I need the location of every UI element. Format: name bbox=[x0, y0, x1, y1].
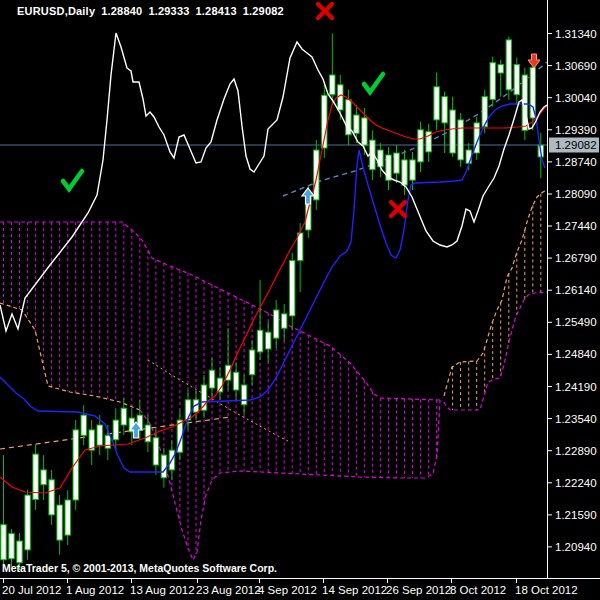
ohlc-open: 1.28840 bbox=[101, 5, 142, 17]
price-axis-label: 1.23540 bbox=[555, 413, 597, 425]
price-axis-label: 1.22890 bbox=[555, 445, 597, 457]
svg-text:1.29082: 1.29082 bbox=[555, 139, 597, 151]
time-axis-label: 18 Oct 2012 bbox=[515, 584, 578, 596]
price-axis-label: 1.29390 bbox=[555, 124, 597, 136]
time-axis-label: 26 Sep 2012 bbox=[386, 584, 451, 596]
price-axis-label: 1.30040 bbox=[555, 92, 597, 104]
copyright-notice: MetaTrader 5, © 2001-2013, MetaQuotes So… bbox=[2, 562, 277, 574]
ohlc-close: 1.29082 bbox=[243, 5, 284, 17]
time-axis-label: 1 Aug 2012 bbox=[66, 584, 124, 596]
price-axis-label: 1.20940 bbox=[555, 541, 597, 553]
price-axis-label: 1.21590 bbox=[555, 509, 597, 521]
current-price-badge: 1.29082 bbox=[549, 138, 599, 153]
time-axis-label: 23 Aug 2012 bbox=[196, 584, 261, 596]
time-axis-label: 14 Sep 2012 bbox=[322, 584, 387, 596]
price-axis-label: 1.31340 bbox=[555, 28, 597, 40]
price-axis-label: 1.26140 bbox=[555, 284, 597, 296]
time-axis-label: 20 Jul 2012 bbox=[2, 584, 61, 596]
price-axis-label: 1.30690 bbox=[555, 60, 597, 72]
price-axis-label: 1.22240 bbox=[555, 477, 597, 489]
time-axis-label: 13 Aug 2012 bbox=[130, 584, 195, 596]
price-axis-label: 1.26790 bbox=[555, 252, 597, 264]
price-axis-label: 1.28090 bbox=[555, 188, 597, 200]
price-axis-label: 1.25490 bbox=[555, 316, 597, 328]
mt5-chart-window: 1.313401.306901.300401.293901.287401.280… bbox=[0, 0, 600, 600]
time-axis-label: 4 Sep 2012 bbox=[258, 584, 317, 596]
ohlc-low: 1.28413 bbox=[196, 5, 237, 17]
time-axis-label: 8 Oct 2012 bbox=[450, 584, 506, 596]
price-axis-label: 1.24840 bbox=[555, 348, 597, 360]
ohlc-high: 1.29333 bbox=[148, 5, 189, 17]
price-axis-label: 1.27440 bbox=[555, 220, 597, 232]
chart-canvas[interactable]: 1.313401.306901.300401.293901.287401.280… bbox=[0, 0, 600, 600]
chart-title: EURUSD,Daily1.288401.293331.284131.29082 bbox=[17, 5, 290, 17]
price-axis-label: 1.28740 bbox=[555, 156, 597, 168]
symbol-period-label: EURUSD,Daily bbox=[17, 5, 95, 17]
price-axis-label: 1.24190 bbox=[555, 381, 597, 393]
